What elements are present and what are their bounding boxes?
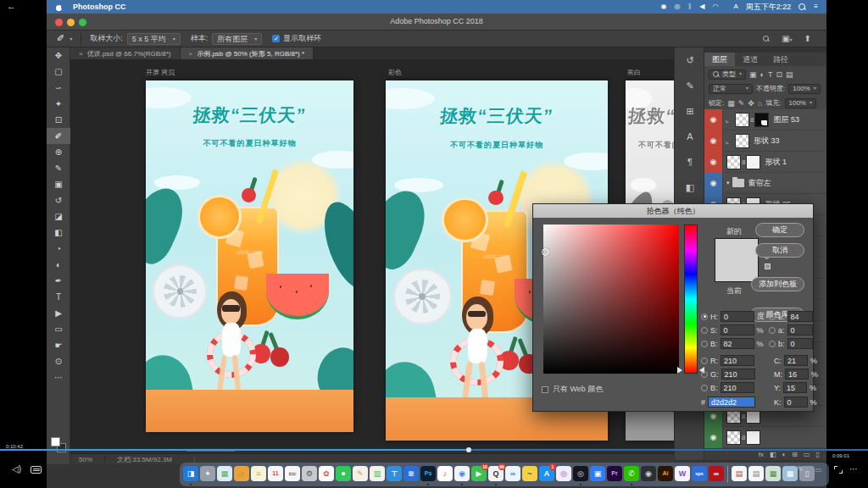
tool-button[interactable]: ◧ [47, 225, 70, 241]
mask-link-icon[interactable]: 8 [742, 158, 745, 166]
player-danmaku-icon[interactable] [31, 466, 42, 474]
dock-item[interactable] [727, 466, 728, 483]
dock-item[interactable]: ⚙ [301, 463, 318, 486]
player-progress-bar[interactable] [0, 449, 868, 451]
panel-strip-icon[interactable]: A [675, 124, 705, 149]
dock-item[interactable]: ◎ [572, 463, 589, 486]
dock-item[interactable]: ≔ [284, 463, 301, 486]
layer-thumbnail[interactable] [735, 113, 749, 127]
tool-button[interactable]: ✒ [47, 273, 70, 289]
hue-arrow-left-icon[interactable] [677, 367, 682, 374]
lock-transparent-icon[interactable]: ▦ [727, 99, 735, 108]
lock-pixels-icon[interactable]: ✎ [738, 99, 745, 108]
menu-status-icon[interactable]: ◠ [712, 3, 718, 11]
player-fullscreen-icon[interactable] [834, 466, 843, 474]
new-group-icon[interactable]: ⊞ [792, 451, 798, 458]
k-input[interactable]: 0 [784, 396, 808, 408]
filter-pixel-icon[interactable]: ▣ [749, 70, 757, 79]
fill-field[interactable]: 100%▾ [785, 98, 816, 108]
layer-row[interactable]: ◉ ⌞ ▾ 8 形状 1 [704, 152, 826, 173]
c-input[interactable]: 21 [784, 355, 808, 366]
menu-status-icon[interactable]: ◉ [661, 3, 667, 11]
dock-item[interactable]: ● [335, 463, 352, 486]
dock-item[interactable]: ≋ [403, 463, 420, 486]
blue-radio[interactable] [701, 385, 708, 391]
tool-button[interactable]: ⊙ [47, 353, 70, 369]
layer-visibility-eye-icon[interactable]: ◉ [704, 109, 723, 130]
layer-visibility-eye-icon[interactable]: ◉ [704, 427, 723, 448]
dock-item[interactable]: ▦ [782, 463, 798, 486]
tool-button[interactable]: ▶ [47, 305, 70, 321]
workspace-switcher-icon[interactable]: ▣▾ [782, 34, 792, 43]
layer-name[interactable]: 图层 53 [773, 114, 799, 125]
only-web-colors-checkbox[interactable] [542, 386, 548, 393]
dock-item[interactable]: vpn [691, 463, 708, 486]
layer-thumbnail[interactable] [726, 155, 741, 169]
hue-slider[interactable] [684, 225, 698, 374]
m-input[interactable]: 16 [785, 369, 809, 380]
panel-strip-icon[interactable]: ⊞ [675, 98, 705, 124]
dock-item[interactable]: A 1 [538, 463, 555, 486]
layer-row[interactable]: ◉ ⌞ ▾ 8 形状 33 [704, 130, 826, 152]
lock-position-icon[interactable]: ✥ [748, 99, 754, 108]
g-radio[interactable] [701, 371, 708, 378]
a-radio[interactable] [769, 327, 776, 334]
menu-status-icon[interactable]: ᛒ [688, 3, 693, 11]
dock-item[interactable]: ✎ [352, 463, 369, 486]
dock-item[interactable]: ⊤ [386, 463, 403, 486]
menu-status-icon[interactable]: A [733, 3, 737, 11]
dock-item[interactable]: ∞ [708, 463, 725, 486]
dock-item[interactable]: ✿ [318, 463, 335, 486]
h-input[interactable]: 0 [721, 311, 754, 322]
dock-item[interactable]: ▥ [369, 463, 386, 486]
dock-item[interactable]: Pr [606, 463, 623, 486]
layer-name[interactable]: 窗帘左 [748, 178, 771, 189]
dock-item[interactable]: ◨ [182, 463, 199, 486]
panel-strip-icon[interactable]: ◧ [675, 175, 705, 200]
filter-smart-object-icon[interactable]: ▤ [786, 70, 793, 79]
layer-visibility-eye-icon[interactable]: ◉ [704, 152, 723, 173]
layer-row[interactable]: ◉ ⌞ ▾ 8 图层 53 [704, 109, 826, 130]
menu-status-icon[interactable]: ◀ [699, 3, 704, 11]
lock-all-icon[interactable]: ⌂ [758, 99, 762, 108]
tool-button[interactable]: ▭ [47, 321, 70, 337]
hex-input[interactable]: d2d2d2 [708, 396, 755, 408]
saturation-brightness-field[interactable] [543, 225, 679, 374]
share-icon[interactable]: ⬆ [804, 34, 811, 43]
close-tab-icon[interactable]: × [79, 50, 83, 58]
player-back-icon[interactable]: ← [7, 1, 16, 11]
tool-button[interactable]: ⊕ [47, 144, 70, 160]
tool-preset-caret-icon[interactable]: ▾ [70, 36, 72, 42]
new-layer-icon[interactable]: ▭ [804, 451, 810, 458]
dock-item[interactable]: 11 [267, 463, 284, 486]
tool-button[interactable]: ☛ [47, 337, 70, 353]
g-input[interactable]: 210 [721, 369, 755, 380]
tool-button[interactable]: ✎ [47, 160, 70, 176]
player-more-icon[interactable]: ⋯ [849, 464, 858, 474]
tool-button[interactable]: ◪ [47, 208, 70, 225]
dock-item[interactable]: ▦ [765, 463, 782, 486]
search-icon[interactable] [763, 36, 770, 42]
layer-mask-thumbnail[interactable] [746, 430, 760, 445]
dock-item[interactable]: ♪ [437, 463, 453, 486]
dock-item[interactable]: ∞ [504, 463, 521, 486]
filter-adjustment-icon[interactable]: ◐ [760, 70, 765, 79]
blue-input[interactable]: 210 [721, 382, 754, 393]
app-menu-title[interactable]: Photoshop CC [73, 3, 126, 11]
dock-item[interactable]: ▦ [216, 463, 233, 486]
mask-link-icon[interactable]: 8 [742, 434, 745, 441]
dock-item[interactable]: ▣ [589, 463, 606, 486]
opacity-field[interactable]: 100%▾ [788, 84, 820, 94]
filter-shape-icon[interactable]: ⊡ [776, 70, 782, 79]
player-progress-handle[interactable] [466, 447, 471, 452]
sample-dropdown[interactable]: 所有图层▾ [212, 33, 262, 45]
dock-item[interactable]: ◎ [555, 463, 572, 486]
dock-item[interactable]: ◉ [640, 463, 657, 486]
tool-button[interactable]: ✦ [47, 96, 70, 112]
dock-item[interactable]: ~ [521, 463, 538, 486]
player-volume-icon[interactable]: ◁) [12, 464, 21, 474]
tool-button[interactable]: ◐ [47, 257, 70, 273]
menu-bar-clock[interactable]: 周五下午2:22 [746, 2, 792, 13]
ok-button[interactable]: 确定 [755, 223, 804, 237]
filter-type-dropdown[interactable]: 类型▾ [709, 69, 746, 80]
